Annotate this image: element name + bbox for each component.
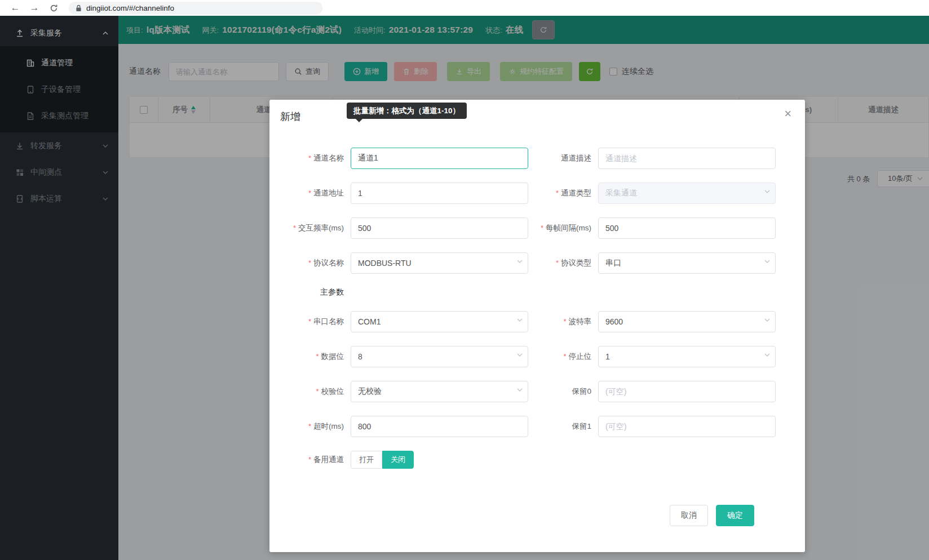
interact-freq-input[interactable]: [351, 217, 528, 239]
interact-freq-field-label: 交互频率(ms): [287, 223, 344, 233]
baud-rate-field-label: 波特率: [535, 317, 591, 327]
serial-name-field-label: 串口名称: [287, 317, 344, 327]
stop-bits-field-label: 停止位: [535, 352, 591, 362]
browser-refresh-button[interactable]: [46, 1, 61, 15]
parity-field-label: 校验位: [287, 386, 344, 397]
protocol-type-field-label: 协议类型: [535, 258, 591, 268]
cancel-button[interactable]: 取消: [670, 505, 708, 526]
close-icon[interactable]: ×: [784, 108, 791, 120]
browser-back-button[interactable]: ←: [8, 1, 23, 15]
baud-rate-select[interactable]: [598, 311, 776, 332]
parity-select[interactable]: [351, 381, 528, 402]
timeout-field-label: 超时(ms): [287, 421, 344, 432]
data-bits-select[interactable]: [351, 346, 528, 367]
browser-forward-button[interactable]: →: [27, 1, 42, 15]
confirm-button[interactable]: 确定: [716, 505, 754, 526]
backup-channel-field-label: 备用通道: [287, 455, 344, 465]
reserve1-input[interactable]: [598, 416, 776, 437]
channel-desc-input[interactable]: [598, 148, 776, 169]
channel-type-select[interactable]: [598, 183, 776, 204]
channel-name-input[interactable]: [351, 148, 528, 169]
channel-addr-input[interactable]: [351, 183, 528, 204]
timeout-input[interactable]: [351, 416, 528, 437]
channel-addr-field-label: 通道地址: [287, 188, 344, 198]
protocol-name-field-label: 协议名称: [287, 258, 344, 268]
serial-name-select[interactable]: [351, 311, 528, 332]
channel-name-field-label: 通道名称: [287, 153, 344, 163]
tooltip-arrow: [356, 119, 362, 122]
add-channel-dialog: 新增 × 批量新增：格式为（通道1-10） 通道名称 通道描述 通道地址: [269, 100, 805, 552]
reserve1-field-label: 保留1: [535, 421, 591, 432]
channel-desc-field-label: 通道描述: [535, 153, 591, 163]
main-params-section-label: 主参数: [287, 287, 344, 297]
channel-type-field-label: 通道类型: [535, 188, 591, 198]
backup-channel-toggle: 打开 关闭: [351, 451, 414, 469]
app-root: 采集服务 通道管理 子设备管理 采集测点: [0, 16, 929, 560]
frame-interval-field-label: 每帧间隔(ms): [535, 223, 591, 233]
data-bits-field-label: 数据位: [287, 352, 344, 362]
protocol-type-select[interactable]: [598, 252, 776, 274]
address-bar[interactable]: dingiiot.com/#/channelinfo: [69, 2, 322, 15]
batch-add-tooltip: 批量新增：格式为（通道1-10）: [347, 103, 467, 119]
refresh-icon: [50, 4, 58, 12]
dialog-body: 批量新增：格式为（通道1-10） 通道名称 通道描述 通道地址 通道类型: [269, 124, 805, 526]
backup-channel-close-option[interactable]: 关闭: [382, 451, 414, 469]
lock-icon: [76, 5, 82, 12]
browser-chrome: ← → dingiiot.com/#/channelinfo: [0, 0, 929, 16]
reserve0-input[interactable]: [598, 381, 776, 402]
reserve0-field-label: 保留0: [535, 386, 591, 397]
dialog-title: 新增: [280, 111, 300, 122]
url-text: dingiiot.com/#/channelinfo: [86, 4, 174, 12]
protocol-name-select[interactable]: [351, 252, 528, 274]
backup-channel-open-option[interactable]: 打开: [351, 451, 382, 469]
dialog-footer: 取消 确定: [287, 505, 782, 526]
frame-interval-input[interactable]: [598, 217, 776, 239]
stop-bits-select[interactable]: [598, 346, 776, 367]
